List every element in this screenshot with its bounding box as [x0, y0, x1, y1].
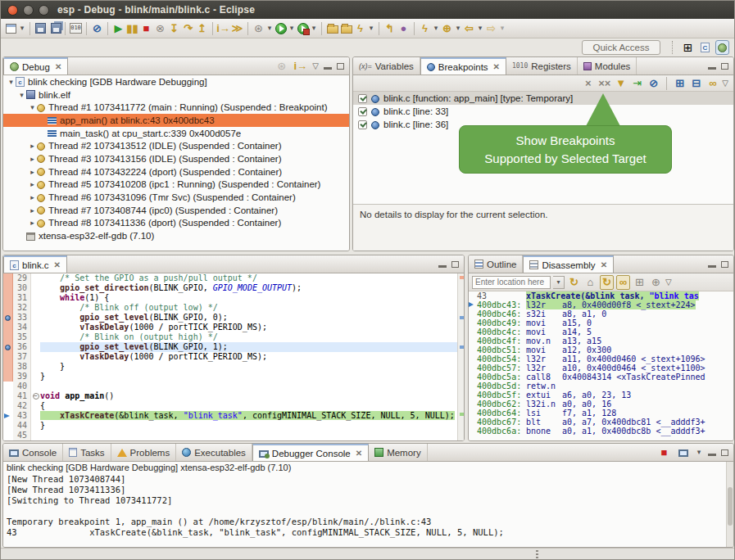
open-new-view-icon[interactable]: ⊞: [633, 275, 647, 290]
terminate-console-icon[interactable]: ■: [657, 445, 671, 460]
debug-tree-row[interactable]: ▾blink.elf: [3, 88, 349, 102]
disassembly-row[interactable]: 400dbc54:l32ra11, 0x400d0460 <_stext+109…: [469, 355, 733, 364]
debug-tree-row[interactable]: ▸Thread #8 1073411336 (dport) (Suspended…: [3, 217, 349, 230]
code-text[interactable]: while(1) {: [40, 293, 464, 303]
editor-annotation-column[interactable]: [3, 382, 13, 391]
code-line[interactable]: 41−void app_main(): [3, 391, 464, 401]
tab-breakpoints[interactable]: Breakpoints ✕: [420, 57, 506, 75]
editor-annotation-column[interactable]: [3, 411, 13, 421]
editor-annotation-column[interactable]: [3, 273, 13, 283]
external-tools-dropdown-icon[interactable]: ▾: [310, 21, 318, 36]
editor-annotation-column[interactable]: [3, 283, 13, 293]
go-to-file-icon[interactable]: ⇥: [630, 76, 644, 91]
last-edit-location-icon[interactable]: ↰: [383, 21, 397, 36]
remove-breakpoint-icon[interactable]: ×: [581, 76, 595, 91]
code-text[interactable]: /* Blink on (output high) */: [40, 332, 464, 342]
breakpoint-checkbox[interactable]: [358, 94, 367, 103]
breakpoint-checkbox[interactable]: [358, 107, 367, 116]
debug-perspective-icon[interactable]: [715, 40, 729, 55]
debug-tree-row[interactable]: main_task() at cpu_start.c:339 0x400d057…: [3, 127, 349, 140]
disassembly-row[interactable]: 400dbc4f:mov.na13, a15: [469, 336, 733, 345]
tab-debugger-console-close-icon[interactable]: ✕: [356, 449, 362, 458]
disassembly-row[interactable]: 400dbc6a:bnonea0, a1, 0x400dbc8b <__addd…: [469, 427, 733, 436]
breakpoints-maximize-icon[interactable]: [721, 63, 728, 70]
disassembly-row[interactable]: 400dbc64:lsif7, a1, 128: [469, 409, 733, 418]
step-over-icon[interactable]: ↷: [181, 21, 195, 36]
open-element-icon[interactable]: [325, 21, 339, 36]
binary-view-icon[interactable]: 010: [69, 21, 83, 36]
quick-access-input[interactable]: Quick Access: [582, 40, 660, 55]
window-maximize-button[interactable]: [39, 5, 49, 16]
debug-tree-row[interactable]: xtensa-esp32-elf-gdb (7.10): [3, 229, 349, 242]
tab-modules[interactable]: Modules: [578, 57, 637, 75]
overview-ruler[interactable]: [457, 273, 464, 440]
editor-annotation-column[interactable]: [3, 421, 13, 431]
search-dropdown-icon[interactable]: ▾: [367, 21, 375, 36]
use-step-filters-icon[interactable]: ≫: [230, 21, 244, 36]
disassembly-row[interactable]: 400dbc4c:movia14, 5: [469, 327, 733, 336]
breakpoint-row[interactable]: blink.c [line: 33]: [353, 105, 733, 118]
editor-annotation-column[interactable]: [3, 303, 13, 313]
editor-annotation-column[interactable]: [3, 362, 13, 372]
code-text[interactable]: vTaskDelay(1000 / portTICK_PERIOD_MS);: [40, 352, 464, 362]
code-line[interactable]: 33 gpio_set_level(BLINK_GPIO, 0);: [3, 313, 464, 323]
disassembly-row[interactable]: 400dbc5d:retw.n: [469, 382, 733, 391]
forward-dropdown-icon[interactable]: ▾: [498, 21, 506, 36]
code-line[interactable]: 44}: [3, 421, 464, 431]
code-line[interactable]: 37 vTaskDelay(1000 / portTICK_PERIOD_MS)…: [3, 352, 464, 362]
editor-annotation-column[interactable]: [3, 342, 13, 352]
step-into-icon[interactable]: ↧: [167, 21, 181, 36]
skip-all-breakpoints-view-icon[interactable]: ⊘: [647, 76, 660, 91]
breakpoint-marker-icon[interactable]: [5, 315, 11, 321]
code-line[interactable]: 43 xTaskCreate(&blink_task, "blink_task"…: [3, 411, 464, 421]
suspend-icon[interactable]: ▮▮: [125, 21, 139, 36]
breakpoints-minimize-icon[interactable]: [708, 67, 716, 70]
disassembly-row[interactable]: 400dbc5f:extuia6, a0, 23, 13: [469, 391, 733, 400]
back-icon[interactable]: ⇦: [462, 21, 476, 36]
disassembly-row[interactable]: 400dbc46:s32ia8, a1, 0: [469, 309, 733, 318]
disassembly-row[interactable]: 400dbc57:l32ra10, 0x400d0464 <_stext+110…: [469, 364, 733, 373]
breakpoint-checkbox[interactable]: [358, 120, 367, 129]
code-text[interactable]: }: [40, 372, 464, 382]
fold-column[interactable]: −: [31, 391, 40, 401]
code-text[interactable]: xTaskCreate(&blink_task, "blink_task", c…: [40, 411, 464, 421]
tab-debug-close-icon[interactable]: ✕: [55, 62, 61, 71]
run-launch-icon[interactable]: [274, 21, 288, 36]
disassembly-row[interactable]: 400dbc51:movia12, 0x300: [469, 345, 733, 355]
editor-annotation-column[interactable]: [3, 313, 13, 323]
sync-with-context-icon[interactable]: ↻: [600, 275, 614, 290]
next-annotation-dropdown-icon[interactable]: ▾: [454, 21, 462, 36]
code-line[interactable]: 30 gpio_set_direction(BLINK_GPIO, GPIO_M…: [3, 283, 464, 293]
debug-tree-row[interactable]: ▸Thread #2 1073413512 (IDLE) (Suspended …: [3, 139, 349, 152]
skip-all-breakpoints-icon[interactable]: ⊘: [90, 21, 104, 36]
code-text[interactable]: gpio_set_level(BLINK_GPIO, 1);: [40, 342, 464, 352]
tab-disassembly[interactable]: Disassembly ✕: [523, 255, 614, 273]
debug-minimize-icon[interactable]: [324, 67, 332, 70]
tree-expander-icon[interactable]: ▸: [28, 206, 37, 215]
code-text[interactable]: {: [40, 401, 464, 411]
debug-tree-row[interactable]: ▸Thread #3 1073413156 (IDLE) (Suspended …: [3, 152, 349, 165]
tree-expander-icon[interactable]: ▸: [28, 142, 37, 150]
save-all-icon[interactable]: [48, 21, 61, 36]
location-dropdown-icon[interactable]: ▾: [553, 276, 565, 289]
tree-expander-icon[interactable]: ▾: [7, 78, 16, 86]
code-text[interactable]: void app_main(): [40, 391, 464, 401]
breakpoint-row[interactable]: blink.c [function: app_main] [type: Temp…: [353, 92, 733, 105]
tab-executables[interactable]: Executables: [176, 444, 252, 461]
tree-expander-icon[interactable]: ▾: [17, 91, 26, 99]
location-input[interactable]: [472, 276, 551, 289]
editor-annotation-column[interactable]: [3, 323, 13, 332]
tab-tasks[interactable]: Tasks: [63, 444, 111, 461]
code-editor[interactable]: 29 /* Set the GPIO as a push/pull output…: [3, 273, 464, 440]
external-tools-icon[interactable]: [296, 21, 310, 36]
back-dropdown-icon[interactable]: ▾: [476, 21, 484, 36]
code-line[interactable]: 40: [3, 382, 464, 391]
mark-occurrences-dropdown-icon[interactable]: ▾: [432, 21, 440, 36]
tab-variables[interactable]: (x)= Variables: [353, 57, 420, 75]
home-icon[interactable]: ⌂: [583, 275, 597, 290]
disassembly-row[interactable]: 400dbc43:l32ra8, 0x400d00f8 <_stext+224>: [469, 300, 733, 309]
next-annotation-icon[interactable]: ⊕: [440, 21, 454, 36]
disconnect-icon[interactable]: ⊗: [153, 21, 167, 36]
tab-console[interactable]: Console: [3, 444, 63, 461]
disassembly-view-menu-icon[interactable]: ▽: [665, 278, 672, 287]
